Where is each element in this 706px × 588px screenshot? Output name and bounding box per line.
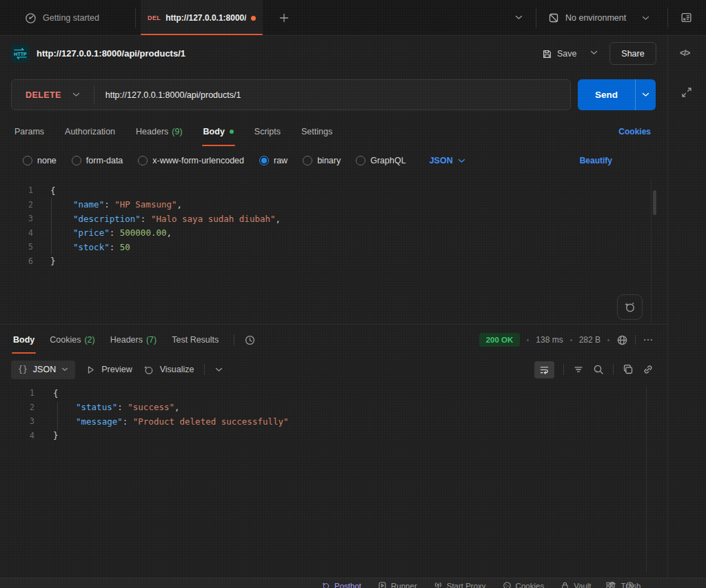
token: "price" [73,227,110,238]
radio-icon [138,156,148,165]
chevron-down-icon[interactable] [72,92,80,97]
line-number: 1 [0,185,33,195]
cookie-icon [503,581,512,588]
panel-splitter[interactable] [0,324,667,325]
unsaved-dot-icon [251,16,256,21]
line-number: 2 [0,403,34,412]
method-selector[interactable]: DELETE [12,90,61,100]
mode-none[interactable]: none [23,156,57,165]
statusbar-cookies[interactable]: Cookies [503,581,545,588]
tab-params[interactable]: Params [14,117,44,146]
save-button[interactable]: Save [542,43,577,65]
tab-getting-started[interactable]: Getting started [25,0,99,36]
tab-overflow-button[interactable] [515,15,523,20]
token: "Product deleted successfully" [133,416,289,427]
collapse-panel-button[interactable] [681,87,692,98]
preview-button[interactable]: Preview [85,365,132,375]
token: 50 [120,242,130,252]
code-line: 6} [0,254,651,269]
token: "name" [73,199,104,210]
request-body-editor[interactable]: 1{ 2"name": "HP Samsung", 3"description"… [0,183,651,268]
beautify-link[interactable]: Beautify [580,156,612,165]
play-outline-icon [85,365,96,375]
code-line: 2"name": "HP Samsung", [0,198,651,212]
editor-right-border [651,178,652,324]
mode-x-www-form-urlencoded[interactable]: x-www-form-urlencoded [138,156,244,165]
radio-icon [23,156,32,165]
link-icon[interactable] [643,364,654,375]
code-line: 1{ [0,183,651,198]
response-tabs: Body Cookies(2) Headers(7) Test Results [0,326,448,354]
network-globe-icon[interactable] [616,334,628,346]
indent-guide [51,198,52,254]
panes-grid-icon[interactable] [605,581,614,588]
line-number: 3 [0,416,34,426]
editor-scrollbar[interactable] [653,190,656,215]
response-scrollbar[interactable] [646,387,647,572]
statusbar-vault[interactable]: Vault [561,581,591,588]
response-time[interactable]: 138 ms [536,335,563,345]
raw-language-selector[interactable]: JSON [430,156,465,165]
url-input[interactable]: http://127.0.0.1:8000/api/products/1 [105,90,241,100]
statusbar-runner[interactable]: Runner [378,581,417,588]
token: : [117,402,128,412]
chevron-down-icon [642,16,649,21]
token: , [177,199,183,210]
line-number: 4 [0,431,34,440]
environment-quick-look-button[interactable] [680,12,692,23]
tab-test-results[interactable]: Test Results [172,326,219,354]
no-environment-icon [548,12,559,23]
filter-icon[interactable] [573,364,584,375]
token: "stock" [73,242,110,252]
mode-raw[interactable]: raw [259,156,288,165]
tab-settings[interactable]: Settings [301,117,332,146]
request-tabs: Params Authorization Headers(9) Body Scr… [0,117,667,146]
status-badge[interactable]: 200 OK [479,333,521,347]
statusbar-postbot[interactable]: Postbot [321,581,361,588]
visualize-button[interactable]: Visualize [143,364,194,376]
right-rail-border [667,36,668,578]
tab-body[interactable]: Body [203,117,234,146]
tab-headers[interactable]: Headers(9) [136,117,183,146]
response-body-viewer[interactable]: 1{ 2"status": "success", 3"message": "Pr… [0,386,641,443]
tab-response-cookies[interactable]: Cookies(2) [50,326,94,354]
dot-separator [607,339,609,341]
response-history-button[interactable] [244,334,256,346]
http-request-icon: HTTP [11,44,30,63]
postbot-button[interactable] [617,294,643,320]
radio-selected-icon [259,156,269,165]
statusbar-label: Cookies [516,582,545,588]
active-tab-underline [141,34,263,35]
chevron-down-icon[interactable] [215,367,223,372]
search-icon[interactable] [593,364,604,375]
code-line: 4} [0,429,641,443]
response-format-selector[interactable]: {} JSON [11,361,75,379]
mode-binary[interactable]: binary [303,156,341,165]
statusbar-start-proxy[interactable]: Start Proxy [434,581,486,588]
code-snippet-button[interactable]: </> [680,48,689,58]
mode-form-data[interactable]: form-data [72,156,123,165]
environment-selector[interactable]: No environment [548,0,649,36]
save-options-button[interactable] [590,50,598,55]
statusbar-label: Postbot [334,582,361,588]
token: : [141,214,151,224]
copy-icon[interactable] [623,364,634,375]
tab-request-active[interactable]: DEL http://127.0.0.1:8000/api [141,0,263,36]
tab-response-headers[interactable]: Headers(7) [110,326,157,354]
environment-label: No environment [565,13,626,23]
tab-authorization[interactable]: Authorization [65,117,115,146]
wrap-text-button[interactable] [534,361,554,378]
new-tab-button[interactable] [279,12,290,23]
response-size[interactable]: 282 B [579,335,601,345]
visualize-label: Visualize [160,365,194,374]
share-button[interactable]: Share [609,42,656,65]
more-options-icon[interactable] [643,334,654,345]
tab-response-body[interactable]: Body [13,326,34,354]
chevron-down-icon [642,92,649,97]
tab-scripts[interactable]: Scripts [254,117,281,146]
mode-graphql[interactable]: GraphQL [356,156,405,165]
send-button[interactable]: Send [578,79,635,110]
help-icon[interactable] [625,581,634,588]
cookies-link[interactable]: Cookies [618,117,651,146]
send-options-button[interactable] [635,79,656,110]
